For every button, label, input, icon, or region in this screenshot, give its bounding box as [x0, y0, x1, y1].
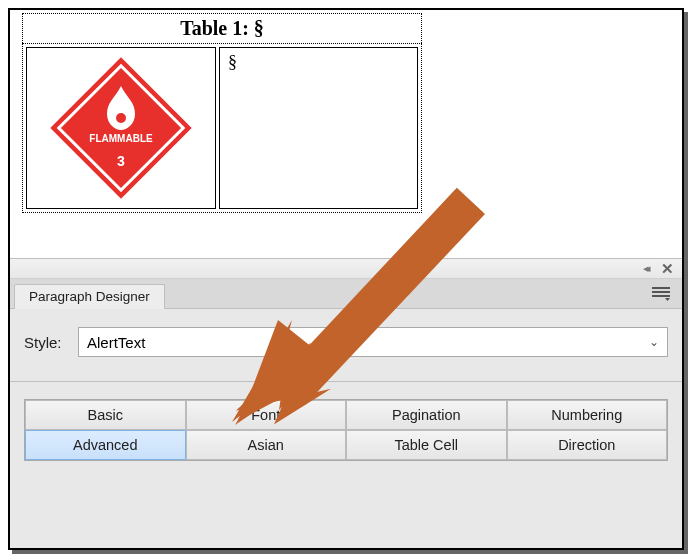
- tab-direction[interactable]: Direction: [507, 430, 668, 460]
- style-label: Style:: [24, 334, 70, 351]
- style-value: AlertText: [87, 334, 145, 351]
- table-caption: Table 1: §: [22, 13, 422, 43]
- tab-advanced[interactable]: Advanced: [25, 430, 186, 460]
- tab-pagination[interactable]: Pagination: [346, 400, 507, 430]
- table-cell-image: FLAMMABLE 3: [26, 47, 216, 209]
- divider: [10, 381, 682, 391]
- style-combobox[interactable]: AlertText ⌄: [78, 327, 668, 357]
- property-tabs: Basic Font Pagination Numbering Advanced…: [24, 399, 668, 461]
- tab-table-cell[interactable]: Table Cell: [346, 430, 507, 460]
- close-icon[interactable]: ✕: [661, 260, 674, 278]
- caption-marker: §: [254, 17, 264, 39]
- panel-menu-icon[interactable]: [650, 285, 672, 301]
- table-cell-text[interactable]: §: [219, 47, 418, 209]
- chevron-down-icon: ⌄: [649, 335, 659, 349]
- panel-titlebar: ◂◂ ✕: [10, 259, 682, 279]
- tab-font[interactable]: Font: [186, 400, 347, 430]
- svg-point-2: [116, 113, 126, 123]
- tab-paragraph-designer[interactable]: Paragraph Designer: [14, 284, 165, 309]
- flammable-placard-icon: FLAMMABLE 3: [46, 53, 196, 203]
- document-table: Table 1: § FLAMMABLE 3: [22, 13, 422, 213]
- tab-numbering[interactable]: Numbering: [507, 400, 668, 430]
- placard-class: 3: [117, 153, 125, 169]
- svg-marker-6: [665, 298, 670, 301]
- tab-basic[interactable]: Basic: [25, 400, 186, 430]
- cell-text-content: §: [228, 52, 237, 72]
- panel-tab-row: Paragraph Designer: [10, 279, 682, 309]
- placard-label: FLAMMABLE: [89, 133, 153, 144]
- paragraph-designer-panel: ◂◂ ✕ Paragraph Designer Style: AlertText: [10, 258, 682, 548]
- tab-asian[interactable]: Asian: [186, 430, 347, 460]
- collapse-icon[interactable]: ◂◂: [643, 262, 647, 275]
- caption-prefix: Table 1:: [180, 17, 254, 39]
